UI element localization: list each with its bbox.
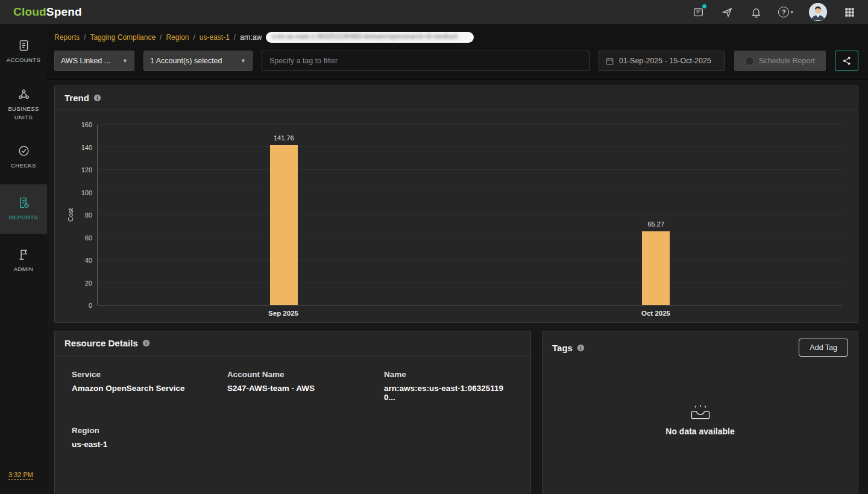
sidebar-item-business-units[interactable]: BUSINESS UNITS (0, 79, 47, 131)
breadcrumb-link-region[interactable]: Region (166, 33, 189, 42)
x-axis-label: Oct 2025 (641, 310, 670, 317)
sidebar-item-reports[interactable]: REPORTS (0, 184, 47, 234)
breadcrumb-separator: / (160, 33, 162, 42)
sidebar-item-admin[interactable]: ADMIN (0, 239, 47, 283)
account-type-value: AWS Linked ... (61, 57, 110, 65)
brand-part-cloud: Cloud (13, 5, 46, 19)
accounts-selected-value: 1 Account(s) selected (150, 57, 222, 65)
field-region: Region us-east-1 (72, 426, 227, 449)
empty-state-text: No data available (665, 427, 734, 436)
avatar[interactable] (809, 3, 827, 21)
sidebar-item-label: REPORTS (9, 213, 39, 222)
account-type-dropdown[interactable]: AWS Linked ... ▼ (54, 51, 134, 71)
field-label: Region (72, 426, 227, 435)
resource-details-card: Resource Details Service Amazon OpenSear… (54, 331, 531, 494)
sidebar-item-label: ADMIN (14, 265, 34, 274)
gridline (98, 169, 842, 170)
trend-bar[interactable] (642, 231, 670, 305)
x-axis-label: Sep 2025 (268, 310, 298, 317)
gridline (98, 146, 842, 147)
chevron-down-icon: ▼ (122, 58, 128, 64)
date-range-value: 01-Sep-2025 - 15-Oct-2025 (619, 57, 711, 65)
trend-title: Trend (64, 93, 89, 103)
redacted-resource-name: s:es:us-east-1:063251190483:domain/opens… (266, 32, 474, 43)
chevron-down-icon: ▼ (241, 58, 246, 64)
resource-details-grid: Service Amazon OpenSearch Service Accoun… (55, 355, 530, 463)
bottom-row: Resource Details Service Amazon OpenSear… (54, 331, 858, 494)
ledger-icon (17, 39, 30, 52)
bell-icon[interactable] (749, 5, 763, 19)
gridline (98, 214, 842, 215)
y-tick-label: 20 (85, 280, 92, 287)
help-glyph: ? (778, 7, 789, 17)
field-value: arn:aws:es:us-east-1:063251190... (384, 384, 514, 402)
resource-details-header: Resource Details (55, 331, 530, 355)
add-tag-button[interactable]: Add Tag (799, 339, 848, 357)
sidebar-item-accounts[interactable]: ACCOUNTS (0, 30, 47, 73)
share-icon (842, 56, 852, 66)
date-range-picker[interactable]: 01-Sep-2025 - 15-Oct-2025 (599, 51, 725, 71)
field-label: Name (384, 370, 514, 379)
field-label: Account Name (227, 370, 384, 379)
help-icon[interactable]: ? ▾ (778, 7, 793, 17)
schedule-icon (745, 57, 754, 66)
gridline (98, 259, 842, 260)
trend-card-header: Trend (55, 86, 858, 110)
gridline (98, 237, 842, 237)
x-axis-labels: Sep 2025Oct 2025 (97, 305, 842, 320)
breadcrumb-current: arn:aw (240, 33, 262, 42)
plot-area: 141.7665.27 (97, 125, 842, 305)
info-icon[interactable] (142, 339, 150, 347)
field-account-name: Account Name S247-AWS-team - AWS (227, 370, 384, 402)
filter-bar: AWS Linked ... ▼ 1 Account(s) selected ▼… (54, 51, 858, 71)
breadcrumb-separator: / (84, 33, 86, 42)
sidebar-item-label: BUSINESS UNITS (2, 105, 45, 122)
breadcrumb-separator: / (234, 33, 236, 42)
check-circle-icon (17, 145, 30, 157)
info-icon[interactable] (577, 344, 585, 352)
field-name: Name arn:aws:es:us-east-1:063251190... (384, 370, 514, 402)
field-value: Amazon OpenSearch Service (72, 384, 227, 393)
apps-grid-icon[interactable] (843, 5, 856, 19)
tags-card: Tags Add Tag (542, 331, 858, 494)
bar-value-label: 141.76 (274, 134, 294, 142)
chevron-down-icon: ▾ (790, 9, 793, 15)
y-tick-label: 60 (85, 234, 92, 242)
field-label: Service (72, 370, 227, 379)
breadcrumb-link-tagging-compliance[interactable]: Tagging Compliance (90, 33, 156, 42)
field-service: Service Amazon OpenSearch Service (72, 370, 227, 402)
send-icon[interactable] (720, 5, 734, 19)
share-button[interactable] (835, 51, 858, 71)
report-gear-icon (17, 196, 30, 209)
trend-card: Trend Cost 020406080100120140160 141.766… (54, 86, 858, 323)
breadcrumb: Reports / Tagging Compliance / Region / … (54, 32, 858, 43)
y-axis-title: Cost (66, 125, 75, 305)
breadcrumb-link-us-east-1[interactable]: us-east-1 (200, 33, 230, 42)
brand-part-spend: Spend (46, 5, 82, 19)
info-icon[interactable] (93, 94, 101, 102)
tag-filter-input[interactable] (262, 51, 590, 71)
y-tick-label: 40 (85, 257, 92, 264)
breadcrumb-separator: / (193, 33, 195, 42)
cloudspend-logo: CloudSpend (13, 5, 82, 19)
y-axis-ticks: 020406080100120140160 (75, 125, 97, 305)
accounts-dropdown[interactable]: 1 Account(s) selected ▼ (143, 51, 253, 71)
feedback-icon[interactable] (691, 5, 705, 19)
field-value: us-east-1 (72, 440, 227, 449)
last-refresh-time: 3:32 PM (8, 471, 33, 480)
topbar-actions: ? ▾ (691, 3, 856, 21)
page-header: Reports / Tagging Compliance / Region / … (47, 24, 868, 80)
schedule-report-button[interactable]: Schedule Report (734, 51, 826, 71)
sidebar-item-label: ACCOUNTS (7, 56, 41, 64)
field-value: S247-AWS-team - AWS (227, 384, 384, 393)
y-tick-label: 0 (89, 302, 92, 309)
trend-bar[interactable] (270, 145, 298, 305)
y-tick-label: 80 (85, 211, 92, 219)
sidebar-item-checks[interactable]: CHECKS (0, 136, 47, 179)
resource-details-title: Resource Details (64, 338, 138, 348)
tags-title: Tags (552, 343, 573, 353)
y-tick-label: 160 (81, 121, 92, 128)
y-tick-label: 100 (81, 189, 92, 196)
y-tick-label: 120 (81, 166, 92, 174)
breadcrumb-link-reports[interactable]: Reports (54, 33, 80, 42)
